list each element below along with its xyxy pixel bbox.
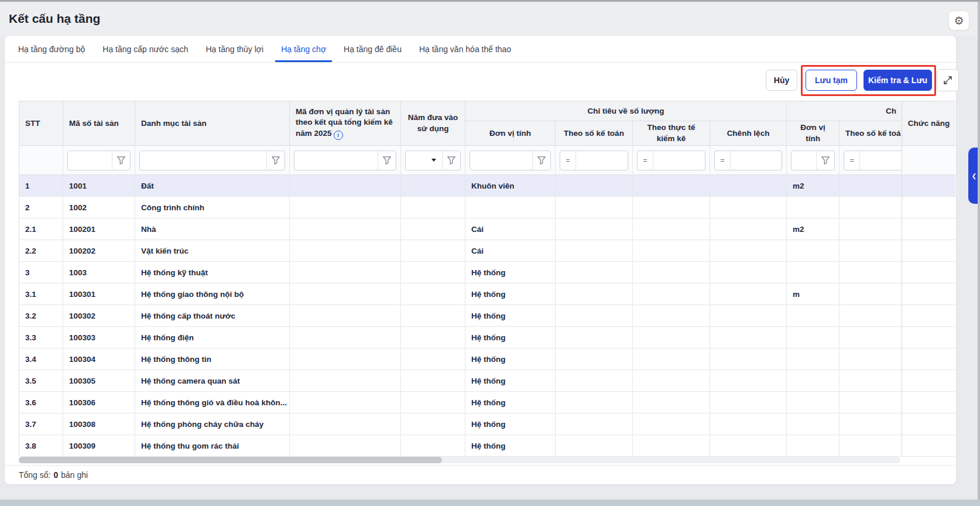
table-row[interactable]: 3.1100301Hệ thống giao thông nội bộHệ th… [19,283,902,305]
cell-unit2 [787,240,839,262]
filter-funnel-icon[interactable] [442,151,460,170]
table-row[interactable]: 3.4100304Hệ thống thông tinHệ thống [19,348,902,370]
table-row[interactable]: 11001ĐấtKhuôn viênm2 [19,175,902,197]
expand-button[interactable] [937,69,959,91]
cell-asset-code: 100304 [63,348,135,370]
cell-asset-code: 100302 [63,305,135,327]
cell-actions [902,435,955,457]
cell-unit-code [290,392,401,413]
settings-button[interactable]: ⚙ [948,11,969,30]
filter-cell-unit-code [290,146,401,175]
check-and-save-button[interactable]: Kiểm tra & Lưu [864,70,932,91]
cell-stt: 3.3 [19,327,63,348]
cell-unit2 [787,305,839,327]
filter-cell-actions [902,146,955,175]
by-inventory-filter-input[interactable] [653,151,705,170]
table-row[interactable]: 3.3100303Hệ thống điệnHệ thống [19,327,902,348]
tab-ha-tang-de-dieu[interactable]: Hạ tầng đê điều [342,36,403,62]
table-row[interactable]: 3.5100305Hệ thống camera quan sátHệ thốn… [19,370,902,392]
table-row[interactable]: 31003Hệ thống kỹ thuậtHệ thống [19,262,902,283]
table-body: 11001ĐấtKhuôn viênm221002Công trình chín… [19,175,902,457]
horizontal-scrollbar[interactable] [19,457,900,463]
cell-year [401,262,465,283]
cell-asset-code: 100305 [63,370,135,392]
info-icon[interactable]: i [334,131,343,140]
cell-unit2 [787,327,839,348]
save-draft-button[interactable]: Lưu tạm [806,70,857,91]
by-accounting2-filter-input[interactable] [860,151,902,170]
cell-by-accounting [556,283,633,305]
filter-funnel-icon[interactable] [378,151,396,170]
table-viewport: STT Mã số tài sản Danh mục tài sản Mã đơ… [19,101,902,457]
table-row[interactable]: 3.6100306Hệ thống thông gió và điều hoà … [19,392,902,413]
table-row[interactable]: 2.2100202Vật kiến trúcCái [19,240,902,262]
horizontal-scrollbar-thumb[interactable] [19,457,442,463]
cell-unit1: Hệ thống [465,283,556,305]
table-row[interactable]: 2.1100201NhàCáim2 [19,218,902,240]
filter-funnel-icon[interactable] [112,151,130,170]
cell-asset-name: Hệ thống thông gió và điều hoà khôn... [135,392,290,413]
cancel-button[interactable]: Hủy [766,70,797,91]
table-row[interactable]: 3.8100309Hệ thống thu gom rác thảiHệ thố… [19,435,902,457]
asset-code-filter-input[interactable] [68,151,112,170]
actions-column-body [902,175,955,457]
equals-operator[interactable]: = [844,151,860,170]
tab-ha-tang-van-hoa-the-thao[interactable]: Hạ tầng văn hóa thể thao [418,36,512,62]
cell-stt: 3.4 [19,348,63,370]
equals-operator[interactable]: = [638,151,653,170]
cell-unit-code [290,370,401,392]
equals-operator[interactable]: = [560,151,576,170]
table-row[interactable]: 3.7100308Hệ thống phòng cháy chữa cháyHệ… [19,413,902,435]
tab-ha-tang-cho[interactable]: Hạ tầng chợ [280,36,327,62]
cell-asset-name: Hệ thống giao thông nội bộ [135,283,290,305]
by-accounting-filter-input[interactable] [576,151,628,170]
tab-ha-tang-cap-nuoc-sach[interactable]: Hạ tầng cấp nước sạch [101,36,189,62]
col-header-unit-code: Mã đơn vị quản lý tài sản theo kết quả t… [290,101,401,146]
tab-ha-tang-duong-bo[interactable]: Hạ tầng đường bộ [17,36,86,62]
cell-stt: 3 [19,262,63,283]
cell-by-accounting [556,240,633,262]
cell-by-accounting2 [839,283,902,305]
cell-by-accounting2 [839,240,902,262]
table-row[interactable]: 21002Công trình chính [19,197,902,218]
cell-asset-name: Hệ thống thông tin [135,348,290,370]
unit-code-filter-input[interactable] [294,151,378,170]
cell-asset-code: 100202 [63,240,135,262]
filter-funnel-icon[interactable] [266,151,285,170]
cell-year [401,435,465,457]
cell-unit2 [787,370,839,392]
cell-stt: 2 [19,197,63,218]
tab-bar: Hạ tầng đường bộ Hạ tầng cấp nước sạch H… [5,36,956,63]
cell-by-accounting [556,262,633,283]
cell-stt: 2.2 [19,240,63,262]
caret-down-icon[interactable] [431,159,436,162]
filter-funnel-icon[interactable] [532,151,550,170]
cell-actions [902,262,955,283]
actions-column: Chức năng [902,101,955,457]
table-row[interactable]: 3.2100302Hệ thống cấp thoát nướcHệ thống [19,305,902,327]
cell-year [401,240,465,262]
tab-ha-tang-thuy-loi[interactable]: Hạ tầng thủy lợi [204,36,265,62]
difference-filter-input[interactable] [731,151,782,170]
cell-by-accounting2 [839,175,902,197]
title-bar: Kết cấu hạ tầng ⚙ [0,2,980,36]
cell-year [401,413,465,435]
col-header-by-accounting2: Theo số kế toá [839,121,902,146]
cell-difference [710,392,787,413]
filter-funnel-icon[interactable] [816,151,834,170]
cell-unit2 [787,197,839,218]
col-header-asset-category: Danh mục tài sản [135,101,290,146]
cell-unit1: Cái [465,218,556,240]
cell-unit-code [290,327,401,348]
cell-by-accounting2 [839,197,902,218]
asset-category-filter-input[interactable] [140,151,266,170]
cell-actions [902,240,955,262]
cell-difference [710,348,787,370]
cell-by-inventory [633,240,710,262]
unit2-filter-input[interactable] [791,151,816,170]
equals-operator[interactable]: = [715,151,731,170]
unit1-filter-input[interactable] [470,151,532,170]
cell-by-accounting2 [839,348,902,370]
cell-asset-code: 1001 [63,175,135,197]
page-title: Kết cấu hạ tầng [9,2,100,36]
